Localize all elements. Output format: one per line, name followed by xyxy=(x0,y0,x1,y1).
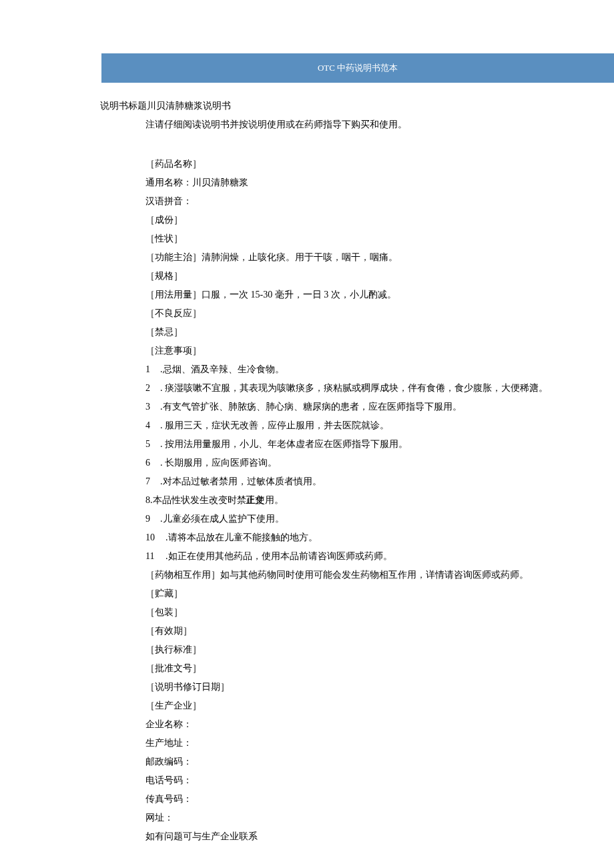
item-number: 11 xyxy=(145,547,166,566)
field-ingredients: ［成份］ xyxy=(145,211,547,230)
precaution-item-5: 5. 按用法用量服用，小儿、年老体虚者应在医师指导下服用。 xyxy=(145,435,547,454)
item-text: . 服用三天，症状无改善，应停止服用，并去医院就诊。 xyxy=(160,420,389,430)
item-number: 1 xyxy=(145,360,160,379)
content-block: ［药品名称］ 通用名称：川贝清肺糖浆 汉语拼音： ［成份］ ［性状］ ［功能主治… xyxy=(145,155,547,846)
item-text: .儿童必须在成人监护下使用。 xyxy=(160,514,284,524)
item-text: .对本品过敏者禁用，过敏体质者慎用。 xyxy=(160,476,322,486)
title-row: 说明书标题川贝清肺糖浆说明书 xyxy=(100,100,231,112)
title-label: 说明书标题 xyxy=(100,101,147,111)
item-text: . 按用法用量服用，小儿、年老体虚者应在医师指导下服用。 xyxy=(160,439,408,449)
sub-label: 注 xyxy=(145,119,155,129)
field-postcode: 邮政编码： xyxy=(145,753,547,771)
field-address: 生产地址： xyxy=(145,734,547,753)
banner-text: OTC 中药说明书范本 xyxy=(318,62,398,74)
precaution-item-6: 6. 长期服用，应向医师咨询。 xyxy=(145,454,547,472)
item-text: .忌烟、酒及辛辣、生冷食物。 xyxy=(160,364,284,374)
field-fax: 传真号码： xyxy=(145,790,547,809)
banner-header: OTC 中药说明书范本 xyxy=(101,53,614,83)
title-text: 川贝清肺糖浆说明书 xyxy=(147,101,231,111)
item-text: .有支气管扩张、肺脓疡、肺心病、糖尿病的患者，应在医师指导下服用。 xyxy=(160,402,462,412)
item-number: 3 xyxy=(145,398,160,416)
item-number: 6 xyxy=(145,454,160,472)
field-indication: ［功能主治］清肺润燥，止咳化痰。用于干咳，咽干，咽痛。 xyxy=(145,248,547,267)
field-pinyin: 汉语拼音： xyxy=(145,192,547,211)
field-company-name: 企业名称： xyxy=(145,715,547,734)
field-precautions: ［注意事项］ xyxy=(145,342,547,360)
field-manufacturer: ［生产企业］ xyxy=(145,697,547,715)
field-approval: ［批准文号］ xyxy=(145,659,547,678)
item-number: 9 xyxy=(145,510,160,528)
field-standard: ［执行标准］ xyxy=(145,640,547,659)
field-phone: 电话号码： xyxy=(145,771,547,790)
field-contra: ［禁忌］ xyxy=(145,323,547,342)
sub-text: 请仔细阅读说明书并按说明使用或在药师指导下购买和使用。 xyxy=(155,119,407,129)
precaution-item-11: 11.如正在使用其他药品，使用本品前请咨询医师或药师。 xyxy=(145,547,547,566)
item-number: 5 xyxy=(145,435,160,454)
field-generic-name: 通用名称：川贝清肺糖浆 xyxy=(145,173,547,192)
item-number: 4 xyxy=(145,416,160,435)
precaution-item-3: 3.有支气管扩张、肺脓疡、肺心病、糖尿病的患者，应在医师指导下服用。 xyxy=(145,398,547,416)
field-storage: ［贮藏］ xyxy=(145,584,547,603)
item-text: .如正在使用其他药品，使用本品前请咨询医师或药师。 xyxy=(166,551,392,561)
field-drug-name: ［药品名称］ xyxy=(145,155,547,173)
field-dosage: ［用法用量］口服，一次 15-30 毫升，一日 3 次，小儿酌减。 xyxy=(145,286,547,304)
sub-row: 注请仔细阅读说明书并按说明使用或在药师指导下购买和使用。 xyxy=(145,119,407,131)
precaution-item-7: 7.对本品过敏者禁用，过敏体质者慎用。 xyxy=(145,472,547,491)
item-number: 10 xyxy=(145,528,166,547)
item-number: 7 xyxy=(145,472,160,491)
field-character: ［性状］ xyxy=(145,230,547,248)
item-text: .请将本品放在儿童不能接触的地方。 xyxy=(166,532,318,542)
field-contact-note: 如有问题可与生产企业联系 xyxy=(145,827,547,846)
field-revision: ［说明书修订日期］ xyxy=(145,678,547,697)
field-spec: ［规格］ xyxy=(145,267,547,286)
item-number: 2 xyxy=(145,379,160,398)
field-package: ［包装］ xyxy=(145,603,547,622)
precaution-item-1: 1.忌烟、酒及辛辣、生冷食物。 xyxy=(145,360,547,379)
item-text: . 痰湿咳嗽不宜服，其表现为咳嗽痰多，痰粘腻或稠厚成块，伴有食倦，食少腹胀，大便… xyxy=(160,383,548,393)
field-adverse: ［不良反应］ xyxy=(145,304,547,323)
field-validity: ［有效期］ xyxy=(145,622,547,640)
precaution-item-9: 9.儿童必须在成人监护下使用。 xyxy=(145,510,547,528)
item-text: . 长期服用，应向医师咨询。 xyxy=(160,458,277,468)
precaution-item-8: 正文 8.本品性状发生改变时禁止使用。 xyxy=(145,491,547,510)
precaution-item-10: 10.请将本品放在儿童不能接触的地方。 xyxy=(145,528,547,547)
field-interaction: ［药物相互作用］如与其他药物同时使用可能会发生药物相互作用，详情请咨询医师或药师… xyxy=(145,566,547,584)
field-website: 网址： xyxy=(145,809,547,827)
body-label: 正文 xyxy=(246,491,264,510)
precaution-item-4: 4. 服用三天，症状无改善，应停止服用，并去医院就诊。 xyxy=(145,416,547,435)
precaution-item-2: 2. 痰湿咳嗽不宜服，其表现为咳嗽痰多，痰粘腻或稠厚成块，伴有食倦，食少腹胀，大… xyxy=(145,379,547,398)
